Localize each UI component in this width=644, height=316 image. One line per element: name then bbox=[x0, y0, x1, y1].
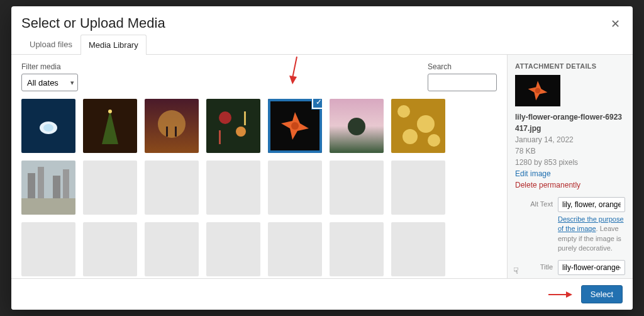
attachment-dimensions: 1280 by 853 pixels bbox=[515, 157, 625, 168]
media-modal: ✕ Select or Upload Media Upload files Me… bbox=[11, 6, 633, 310]
attachment-size: 78 KB bbox=[515, 145, 625, 157]
media-thumbnail-placeholder[interactable] bbox=[330, 222, 384, 276]
svg-point-2 bbox=[43, 124, 53, 132]
svg-point-18 bbox=[348, 118, 365, 135]
attachment-date: January 14, 2022 bbox=[515, 134, 625, 145]
media-thumbnail-placeholder[interactable] bbox=[391, 222, 445, 276]
media-thumbnail[interactable] bbox=[391, 99, 445, 153]
media-thumbnail-placeholder[interactable] bbox=[145, 222, 199, 276]
media-thumbnail-placeholder[interactable] bbox=[83, 161, 137, 215]
svg-point-5 bbox=[108, 110, 112, 113]
media-thumbnail-placeholder[interactable] bbox=[268, 222, 322, 276]
media-thumbnail-placeholder[interactable] bbox=[145, 161, 199, 215]
svg-point-16 bbox=[291, 122, 299, 130]
media-thumbnail[interactable] bbox=[206, 99, 260, 153]
svg-rect-29 bbox=[21, 198, 75, 215]
svg-point-12 bbox=[236, 127, 246, 137]
media-thumbnail[interactable] bbox=[83, 99, 137, 153]
attachment-details-panel: ATTACHMENT DETAILS lily-flower-orange-fl… bbox=[507, 55, 633, 278]
attachment-filename: lily-flower-orange-flower-6923417.jpg bbox=[515, 111, 625, 134]
tab-upload-files[interactable]: Upload files bbox=[21, 34, 80, 54]
alt-text-label: Alt Text bbox=[515, 197, 553, 208]
svg-rect-8 bbox=[166, 127, 168, 137]
close-icon[interactable]: ✕ bbox=[606, 15, 624, 33]
tabs: Upload files Media Library bbox=[11, 34, 633, 55]
delete-permanently-link[interactable]: Delete permanently bbox=[515, 181, 580, 189]
svg-point-7 bbox=[158, 110, 186, 138]
svg-marker-33 bbox=[566, 291, 572, 298]
media-thumbnail[interactable] bbox=[21, 99, 75, 153]
media-thumbnail-placeholder[interactable] bbox=[206, 161, 260, 215]
annotation-arrow-icon bbox=[547, 289, 572, 300]
media-thumbnail[interactable] bbox=[21, 161, 75, 215]
date-filter-select[interactable]: All dates bbox=[21, 74, 78, 91]
media-grid: ✓ bbox=[21, 99, 503, 278]
modal-header: Select or Upload Media bbox=[11, 6, 633, 34]
alt-text-hint: Describe the purpose of the image. Leave… bbox=[558, 215, 625, 254]
title-input[interactable] bbox=[558, 260, 625, 275]
svg-rect-13 bbox=[219, 130, 221, 144]
svg-rect-14 bbox=[244, 111, 246, 125]
media-thumbnail-placeholder[interactable] bbox=[330, 161, 384, 215]
media-thumbnail[interactable] bbox=[145, 99, 199, 153]
search-input[interactable] bbox=[428, 74, 497, 91]
media-thumbnail[interactable] bbox=[330, 99, 384, 153]
edit-image-link[interactable]: Edit image bbox=[515, 169, 551, 178]
check-icon: ✓ bbox=[312, 99, 322, 109]
svg-rect-9 bbox=[175, 127, 177, 137]
search-label: Search bbox=[428, 62, 497, 71]
media-thumbnail-placeholder[interactable] bbox=[206, 222, 260, 276]
modal-title: Select or Upload Media bbox=[21, 15, 623, 31]
attachment-preview bbox=[515, 75, 560, 106]
media-thumbnail-placeholder[interactable] bbox=[391, 161, 445, 215]
svg-point-22 bbox=[402, 129, 418, 144]
modal-footer: Select bbox=[11, 278, 633, 310]
svg-point-11 bbox=[219, 111, 231, 124]
svg-point-20 bbox=[397, 105, 410, 118]
filter-media-label: Filter media bbox=[21, 62, 78, 71]
title-label: Title bbox=[515, 260, 553, 271]
media-thumbnail-placeholder[interactable] bbox=[83, 222, 137, 276]
tab-media-library[interactable]: Media Library bbox=[80, 35, 147, 55]
alt-text-input[interactable] bbox=[558, 197, 625, 212]
select-button[interactable]: Select bbox=[581, 285, 623, 303]
svg-point-31 bbox=[535, 88, 540, 93]
media-thumbnail-placeholder[interactable] bbox=[268, 161, 322, 215]
attachment-details-heading: ATTACHMENT DETAILS bbox=[515, 62, 625, 70]
svg-rect-10 bbox=[206, 99, 260, 153]
svg-point-21 bbox=[417, 115, 435, 133]
media-thumbnail-placeholder[interactable] bbox=[21, 222, 75, 276]
media-thumbnail-selected[interactable]: ✓ bbox=[268, 99, 322, 153]
svg-point-23 bbox=[428, 134, 440, 147]
